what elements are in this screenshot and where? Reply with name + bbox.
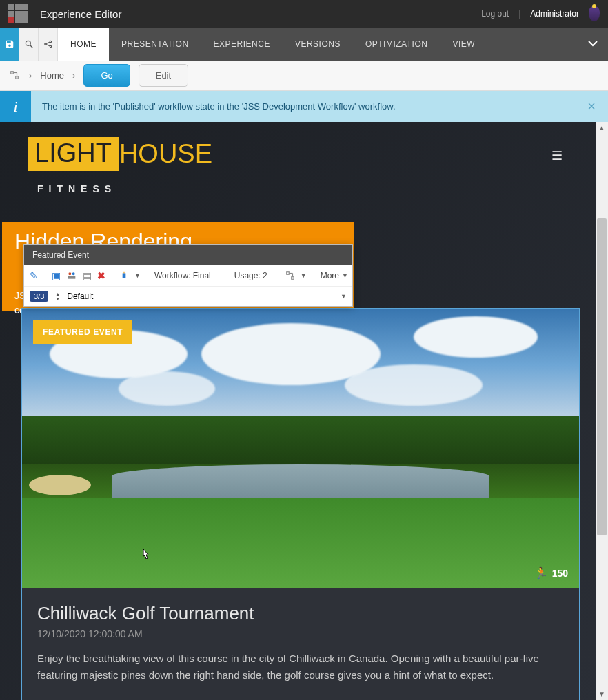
tab-view[interactable]: VIEW (440, 28, 487, 61)
svg-rect-8 (16, 76, 19, 79)
svg-line-6 (46, 45, 50, 46)
svg-rect-13 (68, 276, 76, 279)
datasource-icon[interactable]: ▣ (52, 270, 61, 281)
logo-part2: HOUSE (119, 139, 212, 169)
svg-rect-14 (123, 274, 126, 278)
app-title: Experience Editor (40, 8, 121, 20)
svg-rect-15 (287, 272, 290, 275)
delete-icon[interactable]: ✖ (97, 270, 105, 281)
tab-versions[interactable]: VERSIONS (283, 28, 353, 61)
ribbon: HOME PRESENTATION EXPERIENCE VERSIONS OP… (0, 28, 608, 61)
svg-point-0 (26, 41, 30, 45)
featured-badge: FEATURED EVENT (33, 320, 132, 344)
participant-count: 150 (552, 568, 568, 579)
svg-line-1 (30, 45, 32, 48)
site-header: LIGHT HOUSE FITNESS ☰ (0, 122, 608, 194)
breadcrumb-home[interactable]: Home (40, 70, 64, 81)
variant-spinner[interactable]: ▲▼ (55, 291, 60, 301)
card-body: Chilliwack Golf Tournament 12/10/2020 12… (22, 588, 579, 700)
runner-icon: 🏃 (534, 566, 548, 579)
workflow-label[interactable]: Workflow: Final (154, 271, 211, 280)
card-image: FEATURED EVENT 🏃 150 (22, 309, 579, 588)
divider: | (518, 9, 520, 19)
component-toolbar: Featured Event ✎ ▣ ▤ ✖ ▼ Workflow: Final… (23, 244, 353, 307)
usage-label[interactable]: Usage: 2 (234, 271, 267, 280)
cursor-pointer-icon (139, 548, 152, 566)
user-name[interactable]: Administrator (530, 9, 579, 19)
move-icon[interactable] (285, 270, 295, 281)
site-logo[interactable]: LIGHT HOUSE FITNESS (28, 137, 212, 194)
logo-tagline: FITNESS (37, 183, 212, 194)
notification-bar: i The item is in the 'Published' workflo… (0, 91, 608, 122)
go-button[interactable]: Go (83, 64, 130, 87)
hamburger-menu-icon[interactable]: ☰ (551, 137, 580, 163)
page-viewport: LIGHT HOUSE FITNESS ☰ Hidden Rendering J… (0, 122, 608, 700)
share-icon[interactable] (39, 28, 58, 61)
chevron-down-icon[interactable]: ▼ (134, 272, 141, 279)
card-description[interactable]: Enjoy the breathtaking view of this cour… (37, 650, 564, 683)
edit-pencil-icon[interactable]: ✎ (30, 270, 38, 281)
notification-text: The item is in the 'Published' workflow … (31, 101, 575, 112)
lock-icon[interactable] (119, 270, 129, 281)
svg-rect-16 (292, 277, 294, 280)
participant-badge: 🏃 150 (534, 566, 568, 579)
variant-label[interactable]: Default (67, 291, 334, 301)
svg-point-11 (68, 272, 71, 275)
search-icon[interactable] (19, 28, 39, 61)
breadcrumb-bar: › Home › Go Edit (0, 61, 608, 91)
app-logo-icon (8, 4, 28, 23)
scroll-down-icon[interactable]: ▼ (598, 690, 605, 698)
save-icon[interactable] (0, 28, 19, 61)
more-dropdown[interactable]: More ▼ (321, 271, 348, 280)
toolbar-header: Featured Event (24, 245, 352, 265)
personalize-icon[interactable] (66, 270, 77, 281)
vertical-scrollbar[interactable]: ▲ ▼ (596, 122, 608, 700)
tab-optimization[interactable]: OPTIMIZATION (353, 28, 440, 61)
svg-point-4 (50, 45, 51, 47)
app-bar: Experience Editor Log out | Administrato… (0, 0, 608, 28)
logout-link[interactable]: Log out (481, 9, 509, 19)
chevron-down-icon: ▼ (342, 272, 348, 279)
scrollbar-thumb[interactable] (597, 218, 607, 535)
svg-point-2 (44, 43, 45, 45)
tab-home[interactable]: HOME (58, 28, 109, 61)
tree-icon[interactable] (10, 70, 21, 81)
chevron-icon: › (29, 70, 32, 81)
wizard-avatar-icon[interactable] (589, 6, 600, 21)
tab-experience[interactable]: EXPERIENCE (201, 28, 283, 61)
svg-point-3 (50, 41, 51, 42)
scroll-up-icon[interactable]: ▲ (598, 124, 605, 132)
card-title[interactable]: Chilliwack Golf Tournament (37, 603, 564, 624)
featured-event-card[interactable]: FEATURED EVENT 🏃 150 Chilliwack Golf Tou… (21, 308, 580, 700)
logo-part1: LIGHT (28, 137, 119, 171)
chevron-down-icon[interactable]: ▼ (341, 293, 347, 300)
svg-line-5 (46, 42, 50, 43)
chevron-icon: › (72, 70, 75, 81)
card-date[interactable]: 12/10/2020 12:00:00 AM (37, 628, 564, 639)
svg-point-12 (72, 272, 75, 275)
notification-close-icon[interactable]: × (575, 99, 608, 114)
chevron-down-icon[interactable]: ▼ (301, 272, 307, 279)
tab-presentation[interactable]: PRESENTATION (109, 28, 201, 61)
svg-rect-7 (11, 71, 14, 74)
test-icon[interactable]: ▤ (83, 270, 92, 281)
edit-button[interactable]: Edit (139, 64, 188, 87)
ribbon-collapse-icon[interactable] (587, 37, 598, 50)
variant-count-badge: 3/3 (30, 291, 48, 302)
info-icon: i (0, 91, 31, 122)
